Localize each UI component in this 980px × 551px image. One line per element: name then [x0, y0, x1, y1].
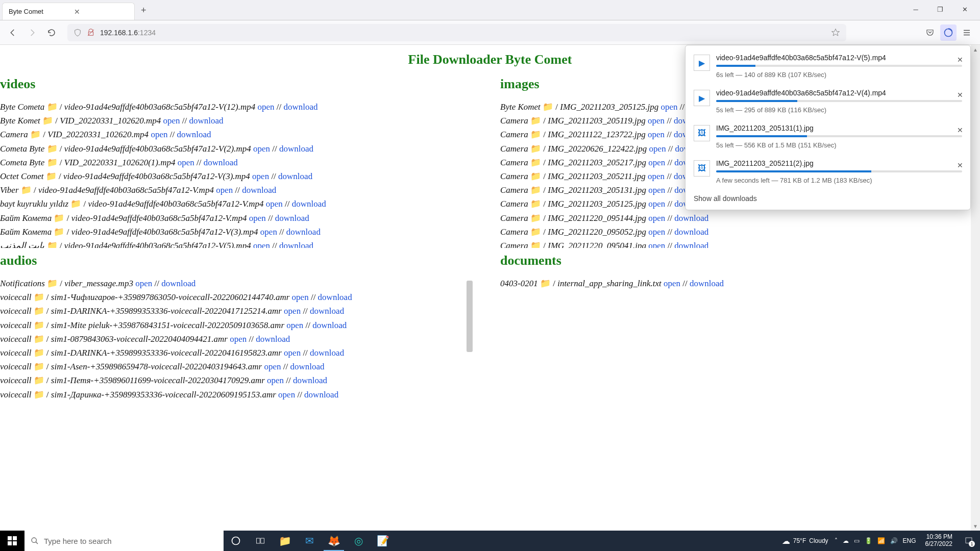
scroll-down-icon[interactable]: ▼	[971, 521, 980, 531]
download-link[interactable]: download	[292, 199, 326, 209]
open-link[interactable]: open	[253, 241, 270, 248]
back-button[interactable]	[5, 25, 20, 40]
download-link[interactable]: download	[290, 362, 324, 371]
open-link[interactable]: open	[267, 375, 284, 385]
show-all-downloads[interactable]: Show all downloads	[685, 189, 970, 207]
taskbar-mail[interactable]: ✉	[297, 531, 322, 551]
download-link[interactable]: download	[674, 227, 708, 237]
start-button[interactable]	[0, 531, 24, 551]
taskbar-search[interactable]: Type here to search	[24, 531, 224, 551]
download-link[interactable]: download	[275, 213, 309, 223]
open-link[interactable]: open	[163, 116, 180, 126]
open-link[interactable]: open	[286, 320, 303, 330]
open-link[interactable]: open	[252, 171, 269, 181]
open-link[interactable]: open	[230, 334, 247, 344]
bookmark-star-icon[interactable]	[831, 28, 840, 37]
download-link[interactable]: download	[242, 185, 276, 195]
download-cancel-icon[interactable]: ✕	[957, 91, 963, 99]
open-link[interactable]: open	[253, 144, 270, 154]
tab-close-icon[interactable]: ✕	[74, 8, 80, 16]
open-link[interactable]: open	[660, 102, 677, 112]
open-link[interactable]: open	[257, 102, 274, 112]
download-link[interactable]: download	[318, 292, 352, 302]
open-link[interactable]: open	[648, 227, 665, 237]
tray-lang[interactable]: ENG	[903, 537, 916, 544]
downloads-button[interactable]	[940, 24, 957, 41]
tray-volume-icon[interactable]: 🔊	[890, 537, 898, 544]
forward-button[interactable]	[24, 25, 40, 40]
page-scrollbar[interactable]: ▲ ▼	[971, 45, 980, 531]
download-link[interactable]: download	[278, 171, 312, 181]
download-filename[interactable]: video-91ad4e9affdfe40b03a68c5a5bf47a12-V…	[716, 89, 962, 97]
browser-tab[interactable]: Byte Comet ✕	[2, 3, 135, 20]
download-link[interactable]: download	[674, 213, 708, 223]
download-filename[interactable]: video-91ad4e9affdfe40b03a68c5a5bf47a12-V…	[716, 54, 962, 62]
taskbar-taskview[interactable]	[248, 531, 273, 551]
pocket-icon[interactable]	[922, 24, 938, 41]
open-link[interactable]: open	[264, 362, 281, 371]
open-link[interactable]: open	[151, 130, 167, 139]
tray-wifi-icon[interactable]: 📶	[877, 537, 885, 544]
download-link[interactable]: download	[161, 279, 195, 288]
reload-button[interactable]	[44, 25, 59, 40]
window-minimize[interactable]: ─	[904, 2, 927, 16]
download-link[interactable]: download	[304, 390, 338, 399]
download-cancel-icon[interactable]: ✕	[957, 126, 963, 134]
open-link[interactable]: open	[266, 199, 283, 209]
open-link[interactable]: open	[249, 213, 266, 223]
open-link[interactable]: open	[216, 185, 233, 195]
open-link[interactable]: open	[648, 213, 665, 223]
download-filename[interactable]: IMG_20211203_205211(2).jpg	[716, 159, 962, 167]
tray-chevron-icon[interactable]: ˄	[835, 537, 838, 544]
download-link[interactable]: download	[256, 334, 290, 344]
open-link[interactable]: open	[278, 404, 295, 404]
download-link[interactable]: download	[204, 158, 238, 167]
download-link[interactable]: download	[177, 130, 211, 139]
download-cancel-icon[interactable]: ✕	[957, 161, 963, 169]
download-link[interactable]: download	[293, 375, 327, 385]
download-link[interactable]: download	[310, 306, 344, 316]
open-link[interactable]: open	[260, 227, 277, 237]
download-link[interactable]: download	[310, 348, 344, 358]
open-link[interactable]: open	[648, 199, 665, 209]
taskbar-app-teal[interactable]: ◎	[346, 531, 371, 551]
taskbar-weather[interactable]: ☁ 75°F Cloudy	[782, 536, 828, 546]
open-link[interactable]: open	[278, 390, 295, 399]
open-link[interactable]: open	[284, 306, 301, 316]
download-cancel-icon[interactable]: ✕	[957, 56, 963, 64]
open-link[interactable]: open	[648, 158, 665, 167]
open-link[interactable]: open	[135, 279, 152, 288]
open-link[interactable]: open	[648, 116, 665, 126]
download-link[interactable]: download	[304, 404, 338, 404]
window-maximize[interactable]: ❐	[929, 2, 951, 16]
open-link[interactable]: open	[284, 348, 301, 358]
download-link[interactable]: download	[279, 241, 313, 248]
tray-onedrive-icon[interactable]: ☁	[843, 537, 849, 544]
address-bar[interactable]: 192.168.1.6:1234	[67, 24, 846, 41]
new-tab-button[interactable]: +	[135, 1, 153, 20]
download-link[interactable]: download	[674, 241, 708, 248]
download-link[interactable]: download	[189, 116, 223, 126]
open-link[interactable]: open	[648, 185, 665, 195]
taskbar-explorer[interactable]: 📁	[273, 531, 297, 551]
open-link[interactable]: open	[178, 158, 194, 167]
open-link[interactable]: open	[292, 292, 309, 302]
download-link[interactable]: download	[283, 102, 317, 112]
taskbar-cortana[interactable]	[224, 531, 248, 551]
taskbar-app-notepad[interactable]: 📝	[371, 531, 395, 551]
tray-meet-icon[interactable]: ▭	[854, 537, 860, 544]
taskbar-clock[interactable]: 10:36 PM 6/27/2022	[922, 534, 955, 548]
menu-button[interactable]	[959, 24, 975, 41]
tray-battery-icon[interactable]: 🔋	[865, 537, 872, 544]
open-link[interactable]: open	[648, 171, 665, 181]
notifications-button[interactable]	[962, 534, 976, 548]
open-link[interactable]: open	[648, 241, 665, 248]
download-link[interactable]: download	[312, 320, 347, 330]
download-filename[interactable]: IMG_20211203_205131(1).jpg	[716, 124, 962, 132]
taskbar-firefox[interactable]: 🦊	[322, 531, 346, 551]
download-link[interactable]: download	[690, 279, 724, 288]
window-close[interactable]: ✕	[953, 2, 976, 16]
download-link[interactable]: download	[286, 227, 321, 237]
download-link[interactable]: download	[279, 144, 313, 154]
open-link[interactable]: open	[648, 130, 665, 139]
